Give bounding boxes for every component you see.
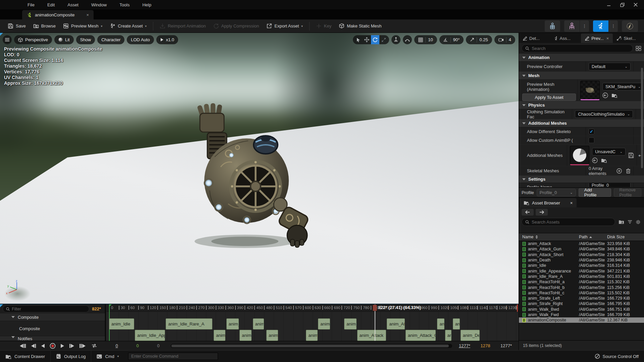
- asset-row[interactable]: anim_ReactToHit_b /All/Game/Ste 115.256 …: [519, 285, 644, 290]
- asset-row[interactable]: anim_ReactToHit_a /All/Game/Ste 115.302 …: [519, 279, 644, 285]
- timeline-segment[interactable]: anim_W: [214, 330, 225, 341]
- asset-row[interactable]: anim_Strafe_Left /All/Game/Ste 166.729 K…: [519, 296, 644, 301]
- cmd-selector[interactable]: Cmd ▾: [91, 351, 124, 362]
- browse-to-asset-icon[interactable]: [601, 158, 607, 163]
- menu-item[interactable]: File: [23, 1, 39, 8]
- asset-row[interactable]: anim_Death /All/Game/Ste 238.946 KiB: [519, 257, 644, 263]
- additional-meshes-thumbnail[interactable]: [570, 146, 589, 165]
- output-log-button[interactable]: Output Log: [51, 351, 91, 362]
- settings-gear-icon[interactable]: [636, 220, 641, 225]
- section-mesh[interactable]: Mesh: [519, 72, 644, 80]
- asset-row[interactable]: anim_Attack /All/Game/Ste 323.958 KiB: [519, 241, 644, 246]
- asset-row[interactable]: anim_Idle_Rare_A /All/Game/Ste 501.831 K…: [519, 274, 644, 279]
- physics-mode-button[interactable]: [622, 20, 638, 32]
- add-element-icon[interactable]: [616, 168, 622, 174]
- frame-counter[interactable]: 0: [148, 343, 169, 348]
- track-group-notifies[interactable]: Notifies: [0, 336, 105, 341]
- saved-folder-icon[interactable]: [619, 220, 624, 224]
- forward-button[interactable]: [536, 209, 548, 216]
- allow-custom-animbp-checkbox[interactable]: ✓: [589, 137, 594, 143]
- rotate-tool-icon[interactable]: [371, 35, 379, 44]
- asset-row[interactable]: anim_Strafe_Right /All/Game/Ste 166.795 …: [519, 301, 644, 306]
- play-reverse-button[interactable]: [41, 344, 45, 348]
- playhead-marker[interactable]: [373, 305, 377, 311]
- section-additional-meshes[interactable]: Additional Meshes: [519, 119, 644, 127]
- asset-search-input[interactable]: [532, 220, 611, 225]
- export-asset-button[interactable]: Export Asset▾: [263, 21, 307, 31]
- preview-mesh-button[interactable]: Preview Mesh▾: [59, 21, 106, 31]
- key-button[interactable]: Key: [312, 21, 335, 31]
- menu-item[interactable]: Tools: [115, 1, 133, 8]
- timeline-segment[interactable]: anim_Idle_Appearar: [135, 330, 165, 341]
- section-settings[interactable]: Settings: [519, 176, 644, 183]
- timeline-filter-box[interactable]: [3, 305, 89, 312]
- frame-counter[interactable]: 0: [127, 343, 148, 348]
- column-name[interactable]: Name: [519, 235, 579, 239]
- tab-asset-details[interactable]: Ass...: [550, 34, 581, 43]
- asset-row[interactable]: anim_Walk_Bwd /All/Game/Ste 166.751 KiB: [519, 307, 644, 312]
- camera-speed-control[interactable]: 4: [494, 35, 515, 44]
- timeline-horizontal-scrollbar[interactable]: [171, 344, 452, 348]
- reimport-animation-button[interactable]: Reimport Animation: [156, 21, 209, 31]
- make-static-mesh-button[interactable]: Make Static Mesh: [335, 21, 385, 31]
- create-asset-button[interactable]: Create Asset▾: [106, 21, 150, 31]
- use-selected-asset-icon[interactable]: [602, 93, 608, 98]
- step-forward-button[interactable]: [69, 344, 75, 348]
- preview-mesh-thumbnail[interactable]: [580, 81, 600, 100]
- step-back-button[interactable]: [31, 344, 36, 348]
- browse-to-asset-icon[interactable]: [611, 93, 618, 98]
- close-icon[interactable]: [633, 2, 638, 7]
- lit-button[interactable]: Lit: [54, 35, 74, 44]
- remove-profile-button[interactable]: Remove Profile: [614, 188, 641, 197]
- details-scrollbar[interactable]: [641, 68, 643, 168]
- animation-mode-button[interactable]: ⋮: [593, 20, 618, 32]
- restore-icon[interactable]: [620, 2, 625, 7]
- scrollbar-thumb[interactable]: [171, 345, 449, 347]
- asset-search-box[interactable]: [522, 218, 615, 226]
- tab-close-icon[interactable]: ×: [87, 12, 89, 17]
- asset-row[interactable]: anim_Idle /All/Game/Ste 316.314 KiB: [519, 263, 644, 268]
- content-drawer-button[interactable]: Content Drawer: [0, 351, 50, 362]
- preview-mesh-asset-dropdown[interactable]: SKM_SteamPu⌄: [602, 83, 643, 90]
- clothing-simulation-dropdown[interactable]: ChaosClothingSimulatio⌄: [575, 110, 633, 118]
- save-asset-icon[interactable]: [628, 153, 634, 158]
- section-physics[interactable]: Physics: [519, 101, 644, 109]
- tab-skeleton-tree[interactable]: Skel...: [613, 34, 644, 43]
- character-button[interactable]: Character: [97, 35, 124, 44]
- mesh-mode-kebab-icon[interactable]: ⋮: [580, 20, 589, 32]
- timeline-segment[interactable]: anim: [445, 330, 451, 341]
- asset-row[interactable]: anim_Attack_Short /All/Game/Ste 218.304 …: [519, 252, 644, 257]
- source-control-status[interactable]: Source Control Off: [595, 354, 644, 359]
- timeline-segment[interactable]: anim_Death: [461, 330, 480, 341]
- add-profile-button[interactable]: Add Profile: [579, 188, 611, 197]
- move-tool-icon[interactable]: [363, 35, 371, 44]
- apply-compression-button[interactable]: Apply Compression: [210, 21, 263, 31]
- tab-preview-settings[interactable]: Prev... ×: [581, 34, 613, 43]
- viewport-3d[interactable]: Perspective Lit Show Character LOD Auto …: [0, 33, 519, 304]
- animation-mode-kebab-icon[interactable]: ⋮: [608, 20, 618, 32]
- tab-asset-browser[interactable]: Asset Browser ×: [520, 198, 577, 207]
- viewport-menu-button[interactable]: [3, 35, 12, 44]
- show-button[interactable]: Show: [76, 35, 95, 44]
- apply-to-asset-button[interactable]: Apply To Asset: [522, 94, 576, 101]
- world-coordinate-icon[interactable]: [391, 35, 400, 44]
- asset-row[interactable]: animationComposite /All/Game/Ste 12.367 …: [519, 317, 644, 323]
- scale-snap-control[interactable]: 0.25: [466, 35, 492, 44]
- tab-close-icon[interactable]: ×: [606, 36, 609, 41]
- browse-button[interactable]: Browse: [30, 21, 59, 31]
- loop-button[interactable]: [91, 343, 98, 348]
- filter-icon[interactable]: [628, 220, 632, 224]
- timeline-segment[interactable]: anim_W: [239, 330, 252, 341]
- skeleton-mode-button[interactable]: [545, 20, 560, 32]
- rotation-snap-control[interactable]: 90°: [439, 35, 464, 44]
- record-button[interactable]: [50, 343, 56, 349]
- menu-item[interactable]: Help: [138, 1, 155, 8]
- minimize-icon[interactable]: [606, 2, 611, 7]
- asset-row[interactable]: anim_Attack_Gun /All/Game/Ste 349.846 Ki…: [519, 246, 644, 252]
- playback-speed-button[interactable]: x1.0: [156, 35, 178, 44]
- mesh-mode-button[interactable]: ⋮: [564, 20, 589, 32]
- column-path[interactable]: Path: [579, 235, 606, 239]
- asset-row[interactable]: anim_Walk_Fwd /All/Game/Ste 166.709 KiB: [519, 312, 644, 317]
- play-button[interactable]: [60, 344, 65, 348]
- to-end-button[interactable]: [79, 344, 87, 348]
